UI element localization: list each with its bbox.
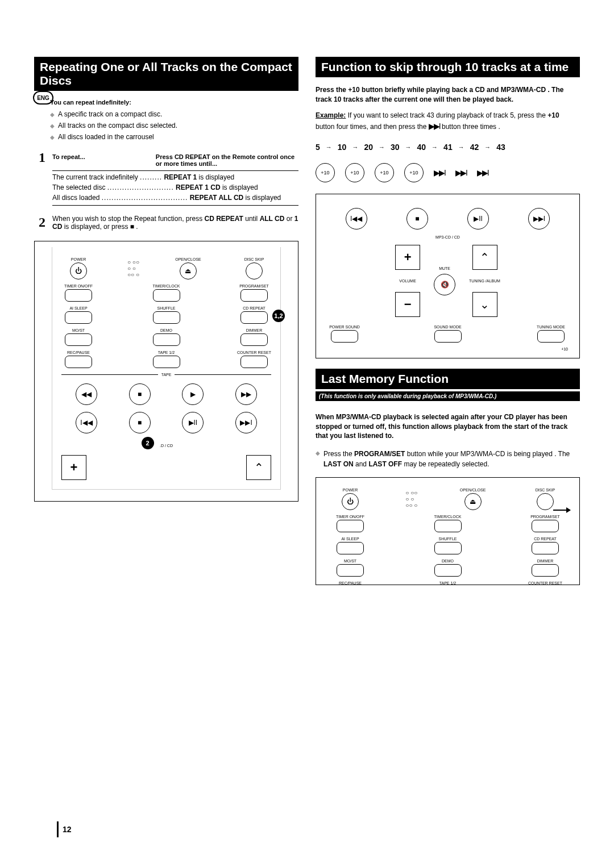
dots: ........................... [107, 183, 174, 191]
btn-label: MO/ST [61, 328, 96, 332]
btn-label: COUNTER RESET [237, 350, 271, 354]
remote-button [532, 564, 559, 577]
btn-label: SOUND MODE [431, 325, 465, 329]
mapping-result: REPEAT 1 CD [176, 183, 220, 191]
power-icon: ⏻ [70, 262, 87, 279]
btn-label: TIMER ON/OFF [61, 284, 96, 288]
eject-icon: ⏏ [464, 493, 482, 510]
mute-label: MUTE [439, 266, 450, 270]
step-number: 1 [34, 150, 45, 209]
remote-button [153, 333, 180, 346]
btn-label: COUNTER RESET [528, 581, 562, 585]
volume-label: VOLUME [399, 279, 416, 283]
left-column: Repeating One or All Tracks on the Compa… [34, 57, 298, 585]
btn-label: POWER SOUND [327, 325, 362, 329]
btn-label: DIMMER [237, 328, 271, 332]
btn-label: CD REPEAT [528, 537, 562, 541]
plus10-button: +10 [345, 163, 364, 182]
btn-label: OPEN/CLOSE [456, 488, 490, 492]
diamond-icon: ◆ [316, 449, 320, 469]
btn-label: AI SLEEP [61, 306, 96, 310]
btn-label: PROGRAM/SET [237, 284, 271, 288]
remote-button [153, 311, 180, 324]
arrow-connector [553, 510, 570, 511]
btn-label: CD REPEAT [237, 306, 271, 310]
remote-button [337, 542, 364, 554]
btn-label: TUNING MODE [534, 325, 568, 329]
remote-button [240, 356, 268, 368]
last-memory-intro: When MP3/WMA-CD playback is selected aga… [316, 412, 580, 441]
remote-button [240, 311, 268, 324]
remote-button [65, 289, 92, 302]
plus10-button: +10 [375, 163, 394, 182]
tuning-label: TUNING /ALBUM [469, 279, 500, 283]
btn-label: POWER [333, 488, 367, 492]
btn-label: AI SLEEP [333, 537, 367, 541]
remote-button [153, 289, 180, 302]
btn-label: DISC SKIP [237, 257, 271, 261]
remote-button [240, 333, 268, 346]
mapping-lead: The current track indefinitely [52, 173, 138, 181]
heading-repeating: Repeating One or All Tracks on the Compa… [34, 57, 298, 91]
remote-button [153, 356, 180, 368]
stop-icon: ■ [129, 412, 151, 433]
btn-label: TAPE 1/2 [431, 581, 465, 585]
mapping-lead: The selected disc [52, 183, 105, 191]
remote-button [537, 330, 565, 343]
remote-button [337, 564, 364, 577]
disc-skip-button [537, 493, 554, 510]
plus10-button: +10 [316, 163, 335, 182]
remote-button [434, 564, 462, 577]
btn-label: DIMMER [528, 559, 562, 563]
diamond-icon: ◆ [50, 122, 55, 131]
btn-label: DEMO [431, 559, 465, 563]
btn-label: DISC SKIP [528, 488, 562, 492]
plus10-row: +10 +10 +10 +10 ▶▶I ▶▶I ▶▶I [316, 163, 580, 182]
remote-button [532, 542, 559, 554]
callout-badge-2: 2 [142, 437, 154, 449]
remote-diagram-left: POWER⏻ ○ ○○○ ○○○ ○ OPEN/CLOSE⏏ DISC SKIP… [34, 241, 298, 502]
step-1: 1 To repeat... Press CD REPEAT on the Re… [34, 150, 298, 209]
remote-button [65, 333, 92, 346]
plus10-label: +10 [327, 347, 568, 351]
btn-label: REC/PAUSE [61, 350, 96, 354]
mapping-result: REPEAT 1 [164, 173, 197, 181]
step-2-body: When you wish to stop the Repeat functio… [52, 215, 298, 231]
remote-button [240, 289, 268, 302]
dots: ................................... [102, 194, 188, 202]
play-icon: ▶ [182, 383, 204, 405]
example-text: Example: If you want to select track 43 … [316, 110, 580, 132]
mp3cd-label: MP3-CD / CD [327, 235, 568, 239]
remote-diagram-right1: I◀◀ ■ ▶II ▶▶I MP3-CD / CD + VOLUME − MUT… [316, 194, 580, 358]
last-memory-subnote: (This function is only available during … [316, 391, 580, 401]
bullet-text: All discs loaded in the carrousel [58, 133, 154, 141]
cd-label: .D / CD [160, 444, 173, 448]
remote-button [434, 542, 462, 554]
intro-bold: You can repeat indefinitely: [50, 99, 298, 106]
skip-sequence: 5→ 10→ 20→ 30→ 40→ 41→ 42→ 43 [316, 143, 580, 152]
remote-button [337, 520, 364, 532]
mapping-after: is displayed [221, 183, 258, 191]
step-number: 2 [34, 215, 45, 231]
remote-button [434, 330, 462, 343]
next-icon: ▶▶I [528, 208, 550, 229]
stop-icon: ■ [129, 383, 151, 405]
btn-label: REC/PAUSE [333, 581, 367, 585]
vol-down-button: − [395, 292, 420, 317]
mapping-after: is displayed [243, 194, 281, 202]
skip-intro: Press the +10 button briefly while playi… [316, 85, 580, 105]
disc-skip-button [246, 262, 263, 279]
plus10-button: +10 [404, 163, 424, 182]
mapping-lead: All discs loaded [52, 194, 99, 202]
tape-sep: TAPE [61, 373, 271, 377]
btn-label: MO/ST [333, 559, 367, 563]
btn-label: SHUFFLE [431, 537, 465, 541]
remote-button [65, 311, 92, 324]
up-button: ⌃ [246, 455, 271, 480]
mapping-after: is displayed [197, 173, 234, 181]
diamond-icon: ◆ [50, 110, 55, 119]
next-track-icon: ▶▶I [434, 168, 445, 177]
next-track-icon: ▶▶I [477, 168, 488, 177]
btn-label: DEMO [150, 328, 184, 332]
next-track-icon: ▶▶I [429, 122, 440, 131]
